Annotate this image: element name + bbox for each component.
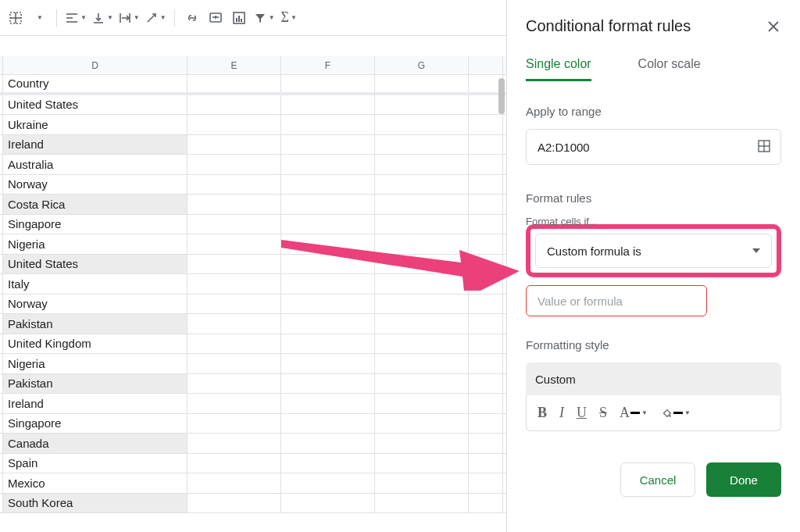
- cell[interactable]: [375, 434, 469, 453]
- cell[interactable]: [281, 155, 375, 174]
- cell[interactable]: [188, 394, 281, 413]
- cell[interactable]: [375, 354, 469, 373]
- cell[interactable]: [188, 374, 281, 394]
- cell[interactable]: Nigeria: [3, 234, 188, 254]
- tab-single-color[interactable]: Single color: [526, 57, 591, 81]
- cell[interactable]: [281, 334, 375, 354]
- chart-button[interactable]: [228, 6, 250, 30]
- cell[interactable]: [281, 394, 375, 413]
- strike-button[interactable]: S: [599, 405, 607, 421]
- cell[interactable]: [375, 215, 469, 234]
- style-preview[interactable]: Custom: [526, 362, 781, 395]
- cell[interactable]: [469, 473, 503, 493]
- cell[interactable]: [375, 135, 469, 155]
- cell[interactable]: [469, 135, 503, 155]
- table-row[interactable]: Ireland: [0, 394, 506, 414]
- cell[interactable]: [281, 494, 375, 513]
- table-row[interactable]: Italy: [0, 274, 506, 295]
- table-row[interactable]: Nigeria: [0, 354, 506, 374]
- cell[interactable]: [375, 314, 469, 334]
- spreadsheet-grid[interactable]: D E F G Country United StatesUkraineIrel…: [0, 56, 506, 532]
- cell[interactable]: [188, 494, 281, 513]
- cell[interactable]: [375, 295, 469, 314]
- table-row[interactable]: Ukraine: [0, 115, 506, 135]
- cell[interactable]: United States: [3, 255, 188, 274]
- table-row[interactable]: Pakistan: [0, 314, 506, 334]
- cell[interactable]: Pakistan: [3, 374, 188, 394]
- cell[interactable]: [469, 195, 503, 214]
- cell[interactable]: Costa Rica: [3, 195, 188, 214]
- cell[interactable]: [469, 155, 503, 174]
- cell[interactable]: [188, 274, 281, 294]
- cell[interactable]: [188, 334, 281, 354]
- cell[interactable]: [281, 95, 375, 115]
- range-field[interactable]: [536, 140, 757, 155]
- cell[interactable]: Canada: [3, 434, 188, 453]
- cell[interactable]: Mexico: [3, 473, 188, 493]
- cell[interactable]: [281, 414, 375, 434]
- filter-button[interactable]: ▼: [252, 6, 277, 30]
- table-row[interactable]: Singapore: [0, 414, 506, 434]
- cell[interactable]: [281, 295, 375, 314]
- h-align-button[interactable]: ▼: [63, 6, 88, 30]
- cell[interactable]: [375, 394, 469, 413]
- underline-button[interactable]: U: [577, 405, 587, 421]
- cell[interactable]: [469, 175, 503, 195]
- cell[interactable]: [281, 115, 375, 134]
- cell[interactable]: [469, 215, 503, 234]
- cancel-button[interactable]: Cancel: [620, 462, 695, 497]
- cell[interactable]: United States: [3, 95, 188, 115]
- cell[interactable]: [375, 255, 469, 274]
- cell[interactable]: [281, 473, 375, 493]
- wrap-button[interactable]: ▼: [116, 6, 141, 30]
- table-row[interactable]: Pakistan: [0, 374, 506, 395]
- cell[interactable]: [281, 454, 375, 473]
- cell[interactable]: Italy: [3, 274, 188, 294]
- header-cell-country[interactable]: Country: [3, 75, 188, 92]
- cell[interactable]: [188, 473, 281, 493]
- cell[interactable]: [375, 454, 469, 473]
- cell[interactable]: Ukraine: [3, 115, 188, 134]
- table-row[interactable]: Norway: [0, 175, 506, 195]
- frozen-header-row[interactable]: Country: [0, 75, 506, 95]
- cell[interactable]: Singapore: [3, 215, 188, 234]
- condition-dropdown[interactable]: Custom formula is: [535, 234, 772, 268]
- formula-input[interactable]: [526, 285, 707, 316]
- cell[interactable]: [188, 215, 281, 234]
- cell[interactable]: Spain: [3, 454, 188, 473]
- cell[interactable]: [281, 274, 375, 294]
- close-icon[interactable]: [766, 19, 781, 34]
- italic-button[interactable]: I: [559, 405, 564, 421]
- cell[interactable]: [281, 215, 375, 234]
- cell[interactable]: United Kingdom: [3, 334, 188, 354]
- cell[interactable]: Ireland: [3, 135, 188, 155]
- table-row[interactable]: South Korea: [0, 494, 506, 514]
- cell[interactable]: [281, 314, 375, 334]
- cell[interactable]: [469, 434, 503, 453]
- range-input[interactable]: [526, 129, 781, 165]
- table-row[interactable]: Australia: [0, 155, 506, 175]
- v-align-button[interactable]: ▼: [90, 6, 115, 30]
- cell[interactable]: [469, 334, 503, 354]
- cell[interactable]: [375, 95, 469, 115]
- table-row[interactable]: United States: [0, 255, 506, 275]
- table-row[interactable]: Mexico: [0, 473, 506, 494]
- cell[interactable]: [188, 255, 281, 274]
- merge-dropdown[interactable]: ▼: [28, 6, 50, 30]
- cell[interactable]: [469, 314, 503, 334]
- cell[interactable]: Nigeria: [3, 354, 188, 373]
- cell[interactable]: [188, 175, 281, 195]
- cell[interactable]: Norway: [3, 295, 188, 314]
- cell[interactable]: [281, 175, 375, 195]
- cell[interactable]: [375, 234, 469, 254]
- table-row[interactable]: Nigeria: [0, 234, 506, 255]
- cell[interactable]: [469, 354, 503, 373]
- scrollbar-thumb[interactable]: [498, 78, 505, 114]
- bold-button[interactable]: B: [538, 405, 547, 421]
- col-header-e[interactable]: E: [188, 56, 281, 74]
- select-range-icon[interactable]: [757, 139, 771, 155]
- cell[interactable]: Norway: [3, 175, 188, 195]
- cell[interactable]: Australia: [3, 155, 188, 174]
- cell[interactable]: [469, 115, 503, 134]
- cell[interactable]: [469, 295, 503, 314]
